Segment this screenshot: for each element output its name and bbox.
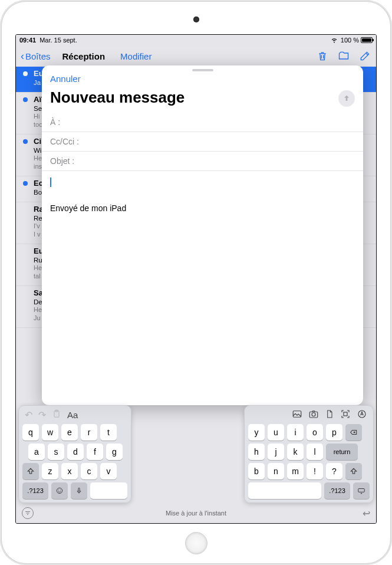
space-key[interactable]	[90, 482, 127, 499]
compose-body[interactable]: Envoyé de mon iPad	[42, 171, 363, 405]
key-r[interactable]: r	[81, 424, 97, 441]
edit-button[interactable]: Modifier	[120, 51, 151, 61]
keyboard-switch-key[interactable]	[353, 482, 370, 499]
text-caret	[50, 178, 51, 187]
camera-icon[interactable]	[308, 409, 319, 422]
key-i[interactable]: i	[287, 424, 304, 441]
svg-point-8	[312, 412, 315, 416]
dictation-key[interactable]	[71, 482, 87, 499]
format-icon[interactable]: Aa	[67, 410, 78, 420]
key-c[interactable]: c	[81, 463, 97, 479]
numsym-key[interactable]: .?123	[22, 482, 48, 499]
filter-icon[interactable]	[22, 507, 34, 519]
redo-icon[interactable]: ↷	[38, 409, 46, 421]
key-b[interactable]: b	[248, 463, 265, 479]
key-j[interactable]: j	[268, 444, 284, 460]
key-x[interactable]: x	[61, 463, 78, 479]
key-p[interactable]: p	[326, 424, 342, 441]
key-?[interactable]: ?	[326, 463, 342, 479]
trash-icon[interactable]	[316, 50, 329, 63]
cc-label: Cc/Cci :	[50, 137, 81, 146]
keyboard-right: yuiophjklreturnbnm!?.?123	[244, 405, 374, 503]
svg-rect-6	[293, 410, 301, 417]
key-q[interactable]: q	[22, 424, 39, 441]
to-input[interactable]	[81, 117, 355, 127]
unread-dot-icon	[23, 139, 28, 144]
reply-icon[interactable]: ↩	[358, 508, 370, 519]
keyboard-left: ↶ ↷ Aa qwertasdfgzxcv.?123	[18, 405, 131, 503]
key-a[interactable]: a	[28, 444, 45, 460]
compose-icon[interactable]	[358, 50, 371, 63]
mail-bottom-bar: Mise à jour à l'instant ↩	[16, 503, 376, 523]
key-t[interactable]: t	[100, 424, 117, 441]
key-z[interactable]: z	[42, 463, 58, 479]
return-key[interactable]: return	[326, 444, 358, 460]
key-o[interactable]: o	[307, 424, 323, 441]
unread-dot-icon	[23, 97, 28, 102]
to-label: À :	[50, 117, 81, 127]
svg-rect-11	[358, 489, 365, 492]
cancel-button[interactable]: Annuler	[50, 74, 81, 84]
emoji-key[interactable]	[51, 482, 68, 499]
status-bar: 09:41 Mar. 15 sept. 100 %	[16, 35, 376, 45]
subject-input[interactable]	[81, 156, 355, 166]
status-time: 09:41	[19, 37, 36, 44]
key-d[interactable]: d	[67, 444, 84, 460]
svg-point-4	[60, 490, 61, 490]
svg-rect-9	[344, 412, 347, 416]
key-g[interactable]: g	[106, 444, 123, 460]
document-icon[interactable]	[325, 409, 334, 422]
key-f[interactable]: f	[87, 444, 103, 460]
compose-title: Nouveau message	[42, 84, 193, 113]
cc-input[interactable]	[81, 137, 355, 146]
key-e[interactable]: e	[61, 424, 78, 441]
compose-sheet: Annuler Nouveau message À : Cc/Cci : O	[42, 65, 363, 405]
to-field-row[interactable]: À :	[42, 113, 363, 132]
key-y[interactable]: y	[248, 424, 265, 441]
key-n[interactable]: n	[268, 463, 284, 479]
back-button[interactable]: ‹ Boîtes	[21, 50, 51, 63]
numsym-key[interactable]: .?123	[324, 482, 350, 499]
shift-key[interactable]	[345, 463, 362, 479]
key-w[interactable]: w	[42, 424, 58, 441]
shift-key[interactable]	[22, 463, 39, 479]
key-s[interactable]: s	[48, 444, 64, 460]
back-label: Boîtes	[25, 51, 51, 61]
kb-right-toolbar	[247, 408, 371, 422]
chevron-left-icon: ‹	[21, 50, 24, 63]
markup-icon[interactable]	[357, 409, 367, 422]
cc-field-row[interactable]: Cc/Cci :	[42, 132, 363, 152]
key-v[interactable]: v	[100, 463, 117, 479]
kb-left-toolbar: ↶ ↷ Aa	[21, 408, 129, 422]
home-button[interactable]	[185, 532, 207, 554]
clipboard-icon[interactable]	[52, 409, 61, 421]
front-camera	[193, 17, 199, 22]
signature-text: Envoyé de mon iPad	[50, 203, 355, 213]
subject-field-row[interactable]: Objet :	[42, 152, 363, 171]
key-u[interactable]: u	[268, 424, 284, 441]
battery-pct: 100 %	[341, 37, 359, 44]
key-h[interactable]: h	[248, 444, 265, 460]
unread-dot-icon	[23, 71, 28, 76]
backspace-key[interactable]	[345, 424, 362, 441]
folder-icon[interactable]	[337, 50, 350, 63]
key-l[interactable]: l	[307, 444, 323, 460]
mail-toolbar: ‹ Boîtes Réception Modifier	[16, 45, 376, 67]
subject-label: Objet :	[50, 156, 81, 166]
space-key[interactable]	[248, 482, 321, 499]
photos-icon[interactable]	[292, 409, 302, 422]
key-![interactable]: !	[307, 463, 323, 479]
updated-label: Mise à jour à l'instant	[34, 510, 358, 517]
undo-icon[interactable]: ↶	[25, 409, 32, 421]
send-button[interactable]	[338, 90, 355, 107]
status-date: Mar. 15 sept.	[36, 37, 330, 44]
wifi-icon	[330, 35, 338, 45]
key-k[interactable]: k	[287, 444, 304, 460]
key-m[interactable]: m	[287, 463, 304, 479]
scan-icon[interactable]	[340, 409, 351, 422]
unread-dot-icon	[23, 181, 28, 186]
svg-point-3	[58, 490, 59, 490]
svg-rect-5	[78, 488, 80, 491]
svg-point-2	[57, 488, 62, 493]
battery-indicator: 100 %	[341, 37, 373, 44]
